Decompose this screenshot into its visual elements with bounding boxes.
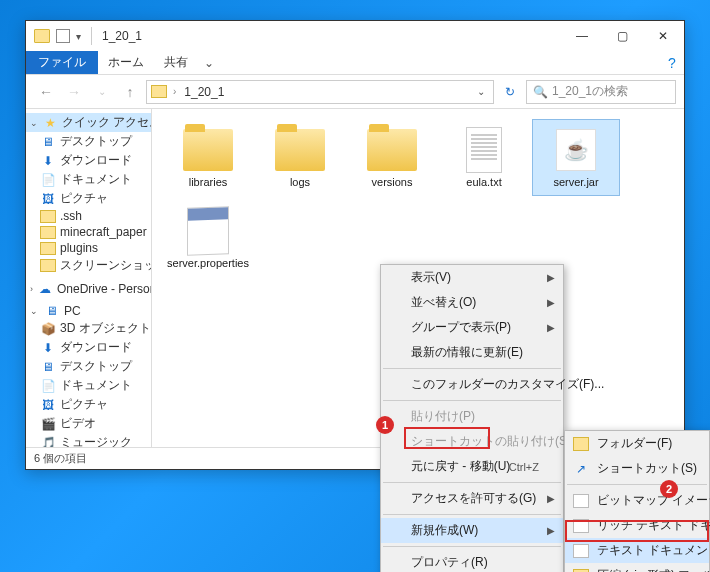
sub-rtf[interactable]: リッチ テキスト ドキュ bbox=[565, 513, 709, 538]
nav-back[interactable]: ← bbox=[34, 80, 58, 104]
addressbar: ← → ⌄ ↑ › 1_20_1 ⌄ ↻ 🔍 1_20_1の検索 bbox=[26, 75, 684, 109]
sub-txt[interactable]: テキスト ドキュメント bbox=[565, 538, 709, 563]
annotation-badge-2: 2 bbox=[660, 480, 678, 498]
jar-icon: ☕ bbox=[556, 129, 596, 171]
context-menu: 表示(V)▶ 並べ替え(O)▶ グループで表示(P)▶ 最新の情報に更新(E) … bbox=[380, 264, 564, 572]
breadcrumb-current[interactable]: 1_20_1 bbox=[182, 85, 226, 99]
file-item-serverjar[interactable]: ☕server.jar bbox=[532, 119, 620, 196]
separator bbox=[383, 514, 561, 515]
sidebar-desktop[interactable]: 🖥デスクトップ bbox=[26, 132, 151, 151]
sidebar-plugins[interactable]: plugins bbox=[26, 240, 151, 256]
search-field[interactable]: 🔍 1_20_1の検索 bbox=[526, 80, 676, 104]
sidebar-screenshots[interactable]: スクリーンショット bbox=[26, 256, 151, 275]
ctx-give-access[interactable]: アクセスを許可する(G)▶ bbox=[381, 486, 563, 511]
separator bbox=[383, 482, 561, 483]
file-item-logs[interactable]: logs bbox=[256, 119, 344, 196]
share-tab[interactable]: 共有 bbox=[154, 51, 198, 74]
sidebar-video[interactable]: 🎬ビデオ bbox=[26, 414, 151, 433]
ctx-paste: 貼り付け(P) bbox=[381, 404, 563, 429]
divider bbox=[91, 27, 92, 45]
file-item-serverprop[interactable]: server.properties bbox=[164, 200, 252, 277]
sub-shortcut[interactable]: ↗ショートカット(S) bbox=[565, 456, 709, 481]
close-button[interactable]: ✕ bbox=[642, 21, 684, 51]
sidebar: ⌄★クイック アクセス 🖥デスクトップ ⬇ダウンロード 📄ドキュメント 🖼ピクチ… bbox=[26, 109, 152, 447]
ribbon-expand-down[interactable]: ⌄ bbox=[198, 51, 220, 74]
file-item-versions[interactable]: versions bbox=[348, 119, 436, 196]
shortcut-icon: ↗ bbox=[573, 462, 589, 476]
separator bbox=[567, 484, 707, 485]
sidebar-desktop2[interactable]: 🖥デスクトップ bbox=[26, 357, 151, 376]
notepad-icon bbox=[187, 206, 229, 255]
ctx-undo[interactable]: 元に戻す - 移動(U)Ctrl+Z bbox=[381, 454, 563, 479]
minimize-button[interactable]: — bbox=[562, 21, 602, 51]
nav-forward[interactable]: → bbox=[62, 80, 86, 104]
explorer-window: ▾ 1_20_1 — ▢ ✕ ファイル ホーム 共有 ⌄ ? ← → ⌄ ↑ ›… bbox=[25, 20, 685, 470]
titlebar-checkbox[interactable] bbox=[56, 29, 70, 43]
sidebar-onedrive[interactable]: ›☁OneDrive - Person bbox=[26, 281, 151, 297]
separator bbox=[383, 546, 561, 547]
sidebar-mc-paper[interactable]: minecraft_paper bbox=[26, 224, 151, 240]
sidebar-downloads[interactable]: ⬇ダウンロード bbox=[26, 151, 151, 170]
menubar: ファイル ホーム 共有 ⌄ ? bbox=[26, 51, 684, 75]
sidebar-ssh[interactable]: .ssh bbox=[26, 208, 151, 224]
new-submenu: フォルダー(F) ↗ショートカット(S) ビットマップ イメージ リッチ テキス… bbox=[564, 430, 710, 572]
sidebar-downloads2[interactable]: ⬇ダウンロード bbox=[26, 338, 151, 357]
ctx-props[interactable]: プロパティ(R) bbox=[381, 550, 563, 572]
ctx-paste-shortcut: ショートカットの貼り付け(S) bbox=[381, 429, 563, 454]
sub-bitmap[interactable]: ビットマップ イメージ bbox=[565, 488, 709, 513]
txt-icon bbox=[573, 544, 589, 558]
sidebar-documents[interactable]: 📄ドキュメント bbox=[26, 170, 151, 189]
search-placeholder: 1_20_1の検索 bbox=[552, 83, 628, 100]
folder-icon bbox=[183, 129, 233, 171]
home-tab[interactable]: ホーム bbox=[98, 51, 154, 74]
search-icon: 🔍 bbox=[533, 85, 548, 99]
sidebar-pc[interactable]: ⌄🖥PC bbox=[26, 303, 151, 319]
separator bbox=[383, 400, 561, 401]
zip-icon bbox=[573, 569, 589, 573]
sidebar-music[interactable]: 🎵ミュージック bbox=[26, 433, 151, 447]
item-count: 6 個の項目 bbox=[34, 451, 87, 466]
rtf-icon bbox=[573, 519, 589, 533]
file-item-eula[interactable]: eula.txt bbox=[440, 119, 528, 196]
folder-icon bbox=[151, 85, 167, 98]
sub-folder[interactable]: フォルダー(F) bbox=[565, 431, 709, 456]
sidebar-quick-access[interactable]: ⌄★クイック アクセス bbox=[26, 113, 151, 132]
refresh-button[interactable]: ↻ bbox=[498, 85, 522, 99]
folder-icon bbox=[367, 129, 417, 171]
sidebar-3d[interactable]: 📦3D オブジェクト bbox=[26, 319, 151, 338]
address-dropdown[interactable]: ⌄ bbox=[473, 86, 489, 97]
separator bbox=[383, 368, 561, 369]
ctx-group[interactable]: グループで表示(P)▶ bbox=[381, 315, 563, 340]
text-file-icon bbox=[466, 127, 502, 173]
ctx-sort[interactable]: 並べ替え(O)▶ bbox=[381, 290, 563, 315]
sub-zip[interactable]: 圧縮 (zip 形式) フォルダー bbox=[565, 563, 709, 572]
maximize-button[interactable]: ▢ bbox=[602, 21, 642, 51]
file-tab[interactable]: ファイル bbox=[26, 51, 98, 74]
file-item-libraries[interactable]: libraries bbox=[164, 119, 252, 196]
sidebar-documents2[interactable]: 📄ドキュメント bbox=[26, 376, 151, 395]
sidebar-pictures[interactable]: 🖼ピクチャ bbox=[26, 189, 151, 208]
address-field[interactable]: › 1_20_1 ⌄ bbox=[146, 80, 494, 104]
sidebar-pictures2[interactable]: 🖼ピクチャ bbox=[26, 395, 151, 414]
annotation-badge-1: 1 bbox=[376, 416, 394, 434]
folder-icon bbox=[275, 129, 325, 171]
folder-icon bbox=[573, 437, 589, 451]
nav-recent[interactable]: ⌄ bbox=[90, 80, 114, 104]
window-title: 1_20_1 bbox=[102, 29, 142, 43]
ctx-view[interactable]: 表示(V)▶ bbox=[381, 265, 563, 290]
window-icon bbox=[34, 29, 50, 43]
titlebar: ▾ 1_20_1 — ▢ ✕ bbox=[26, 21, 684, 51]
breadcrumb-sep: › bbox=[171, 86, 178, 97]
ctx-refresh[interactable]: 最新の情報に更新(E) bbox=[381, 340, 563, 365]
bitmap-icon bbox=[573, 494, 589, 508]
ctx-new[interactable]: 新規作成(W)▶ bbox=[381, 518, 563, 543]
help-icon[interactable]: ? bbox=[660, 51, 684, 74]
ctx-customize[interactable]: このフォルダーのカスタマイズ(F)... bbox=[381, 372, 563, 397]
titlebar-chevron[interactable]: ▾ bbox=[76, 31, 81, 42]
nav-up[interactable]: ↑ bbox=[118, 80, 142, 104]
